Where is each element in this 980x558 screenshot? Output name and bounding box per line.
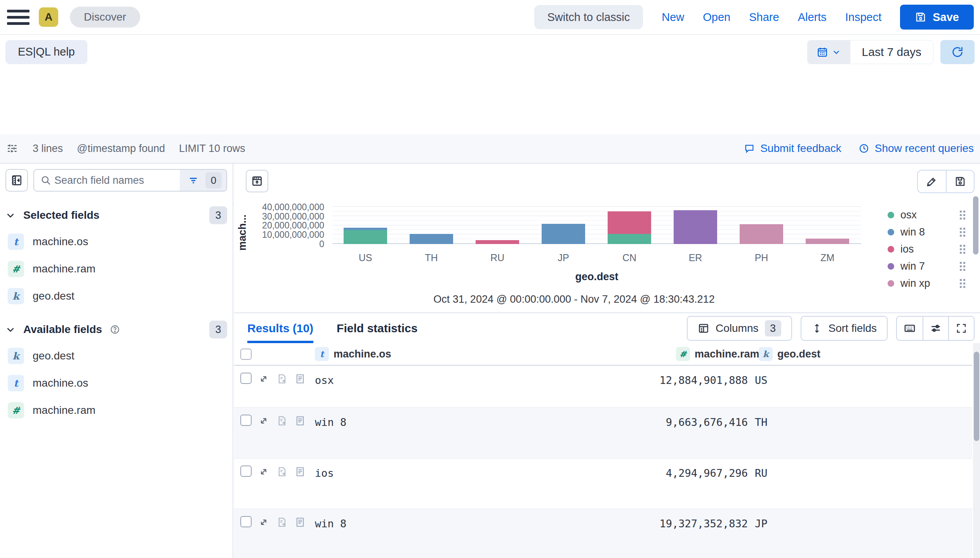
field-item[interactable]: # machine.ram [5,401,227,420]
collapse-sidebar-button[interactable] [5,169,28,192]
bar-PH[interactable]: PH [728,207,794,244]
field-item[interactable]: t machine.os [5,373,227,393]
drag-handle-icon[interactable] [960,279,965,288]
drag-handle-icon[interactable] [960,211,965,220]
legend-item[interactable]: osx [888,209,965,221]
drag-handle-icon[interactable] [960,228,965,237]
hide-chart-button[interactable] [246,170,268,192]
help-icon[interactable] [110,324,120,335]
chart-x-axis-title: geo.dest [332,271,861,283]
x-tick-label: PH [728,252,794,263]
editor-settings-icon[interactable] [6,142,19,155]
degraded-doc-icon [277,415,288,426]
esql-help-button[interactable]: ES|QL help [5,40,87,64]
table-row[interactable]: osx12,884,901,888US [234,366,972,408]
bar-CN[interactable]: CN [596,207,662,244]
results-scrollbar-track[interactable] [973,343,980,558]
expand-row-icon[interactable] [258,517,269,528]
sort-fields-button[interactable]: Sort fields [801,316,888,341]
switch-to-classic-button[interactable]: Switch to classic [534,5,643,29]
tab-field-statistics[interactable]: Field statistics [337,314,417,343]
submit-feedback-link[interactable]: Submit feedback [744,142,841,155]
column-header-geo-dest[interactable]: k geo.dest [759,347,820,361]
menu-icon[interactable] [6,5,30,29]
field-filter-button[interactable]: 0 [180,170,226,191]
time-range-value[interactable]: Last 7 days [850,40,933,64]
tab-results[interactable]: Results (10) [247,314,313,343]
limit-status: LIMIT 10 rows [179,143,245,155]
legend-item[interactable]: win 7 [888,260,965,272]
display-options-button[interactable] [923,317,948,340]
legend-item[interactable]: win xp [888,277,965,289]
refresh-button[interactable] [940,40,975,64]
bar-segment-win-7[interactable] [674,210,717,244]
new-button[interactable]: New [662,11,684,24]
fullscreen-button[interactable] [948,317,974,340]
expand-row-icon[interactable] [258,415,269,426]
bar-segment-osx[interactable] [344,230,387,244]
bar-segment-win-8[interactable] [344,228,387,230]
date-picker-calendar-button[interactable] [807,40,850,64]
row-checkbox[interactable] [240,415,252,426]
results-scrollbar-thumb[interactable] [974,352,979,441]
row-checkbox[interactable] [240,466,252,477]
row-checkbox[interactable] [240,516,252,527]
search-input[interactable] [51,174,180,187]
number-field-icon: # [8,261,24,277]
expand-row-icon[interactable] [258,466,269,477]
esql-editor[interactable]: 1 FROM kibana_sample_data_logs 2 | KEEP … [0,68,980,134]
table-row[interactable]: ios4,294,967,296RU [234,459,972,509]
number-field-icon: # [8,402,24,418]
bar-JP[interactable]: JP [530,207,596,244]
bar-segment-win-8[interactable] [542,224,585,244]
bar-TH[interactable]: TH [398,207,464,244]
bar-segment-win-xp[interactable] [806,239,849,244]
field-item[interactable]: k geo.dest [5,286,227,306]
table-row[interactable]: win 819,327,352,832JP [234,509,972,558]
legend-item[interactable]: ios [888,243,965,255]
save-button[interactable]: Save [900,5,974,30]
field-search[interactable]: 0 [33,169,227,192]
bar-ZM[interactable]: ZM [794,207,860,244]
columns-button[interactable]: Columns 3 [687,316,792,341]
view-details-icon[interactable] [295,415,306,426]
expand-row-icon[interactable] [258,373,269,384]
view-details-icon[interactable] [295,373,306,384]
selected-fields-header[interactable]: Selected fields 3 [5,206,227,224]
drag-handle-icon[interactable] [960,262,965,271]
show-recent-queries-link[interactable]: Show recent queries [858,142,974,155]
edit-visualization-button[interactable] [918,171,946,192]
column-header-machine-ram[interactable]: # machine.ram [676,347,759,361]
breadcrumb[interactable]: Discover [70,7,140,28]
alerts-button[interactable]: Alerts [798,11,827,24]
inspect-button[interactable]: Inspect [845,11,882,24]
chart-plot[interactable]: USTHRUJPCNERPHZM [332,207,861,244]
bar-ER[interactable]: ER [662,207,728,244]
space-avatar[interactable]: A [39,7,58,27]
column-header-machine-os[interactable]: t machine.os [315,347,391,361]
bar-segment-win-xp[interactable] [740,224,783,244]
row-checkbox[interactable] [240,373,252,384]
view-details-icon[interactable] [295,466,306,477]
bar-segment-ios[interactable] [476,240,519,244]
bar-segment-osx[interactable] [608,234,651,244]
drag-handle-icon[interactable] [960,245,965,254]
open-button[interactable]: Open [703,11,730,24]
bar-RU[interactable]: RU [464,207,530,244]
bar-US[interactable]: US [332,207,398,244]
field-item[interactable]: t machine.os [5,232,227,251]
field-item[interactable]: # machine.ram [5,259,227,279]
grid-controls-group [896,316,975,341]
bar-segment-win-8[interactable] [410,234,453,244]
view-details-icon[interactable] [295,517,306,528]
legend-item[interactable]: win 8 [888,226,965,238]
chart-scrollbar[interactable] [973,196,978,255]
share-button[interactable]: Share [749,11,779,24]
save-visualization-button[interactable] [946,171,974,192]
table-row[interactable]: win 89,663,676,416TH [234,408,972,459]
keyboard-shortcuts-button[interactable] [897,317,923,340]
available-fields-header[interactable]: Available fields 3 [5,321,227,338]
field-item[interactable]: k geo.dest [5,346,227,366]
bar-segment-ios[interactable] [608,211,651,234]
select-all-checkbox[interactable] [240,349,252,360]
